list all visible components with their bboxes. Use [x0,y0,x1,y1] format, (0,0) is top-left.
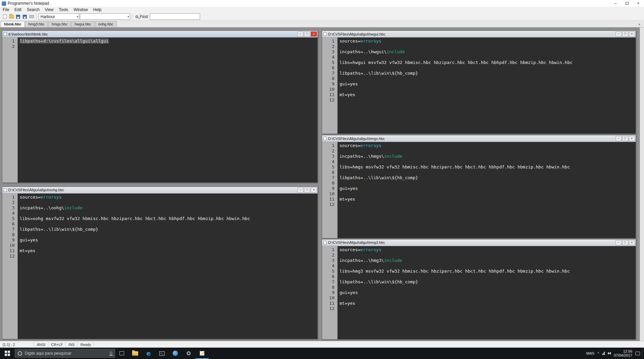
microphone-icon[interactable] [110,352,112,355]
window-maximize-button[interactable]: □ [622,240,628,245]
window-close-button[interactable]: × [629,31,635,37]
scrollbar-vertical[interactable] [640,27,644,341]
code-text: libpaths=..\lib\win\${hb_comp} [20,227,98,232]
new-file-icon[interactable] [1,13,8,20]
taskbar-clock[interactable]: 12:56 07/04/2017 [614,349,632,357]
window-minimize-button[interactable]: – [610,0,621,7]
volume-icon[interactable] [608,352,611,355]
scheme-combobox-value: Harbour [40,14,55,19]
window-restore-button[interactable] [621,0,633,7]
console-icon[interactable]: >_ [155,348,169,359]
line-number-gutter: 123456789101112 [322,142,338,238]
editor-window-titlebar[interactable]: d:\harbour\bin\hbmk.hbc–□× [2,31,318,38]
window-maximize-button[interactable]: □ [622,136,628,141]
code-area[interactable]: sources=errorsys incpaths=..\oohg\includ… [18,194,318,339]
code-area[interactable]: sources=errorsys incpaths=..\hwgui\inclu… [338,38,636,134]
save-icon[interactable] [15,13,21,20]
menu-item-view[interactable]: View [42,7,56,12]
status-cursor-position: [1:1] : 2 [0,341,34,348]
tab-scroll-arrows[interactable]: » [635,22,644,27]
tab-hmgs-hbc[interactable]: hmgs.hbc [48,21,71,27]
code-area[interactable]: sources=errorsys incpaths=..\hmgs\includ… [338,142,636,238]
open-file-icon[interactable] [8,13,15,20]
tab-hmg3-hbc[interactable]: hmg3.hbc [25,21,48,27]
window-close-button[interactable]: × [629,240,635,245]
save-all-icon[interactable] [21,13,28,20]
line-number: 1 [322,39,335,44]
code-text: include [384,154,402,159]
system-tray: MAIS ^ 12:56 07/04/2017 [584,348,642,359]
editor-window-buttons: –□× [297,188,317,193]
line-number: 3 [322,154,335,159]
editor-window-titlebar[interactable]: D:\CVSFiles\Allgui\allgui\hwgui.hbc–□× [322,31,636,38]
line-number: 11 [322,92,335,97]
toolbar: Harbour ▾ ▾ Find [0,13,644,21]
editor-window-titlebar[interactable]: D:\CVSFiles\Allgui\allgui\oohg.hbc–□× [2,187,318,194]
find-label: Find [140,14,148,19]
window-close-button[interactable]: × [629,136,635,141]
line-number: 3 [322,258,335,263]
programmers-notepad-icon[interactable] [195,348,209,359]
window-close-button[interactable]: × [311,188,317,193]
window-minimize-button[interactable]: – [297,31,303,37]
tab-hbmk-hbc[interactable]: hbmk.hbc [1,21,25,27]
menu-item-search[interactable]: Search [24,7,42,12]
code-area[interactable]: sources=errorsys incpaths=..\hmg3\includ… [338,246,636,339]
task-view-icon[interactable] [115,348,128,359]
line-number: 5 [322,164,335,170]
line-number: 4 [322,263,335,269]
code-line [340,181,636,186]
code-text: incpaths=..\hmgs\ [340,154,384,159]
status-bar: [1:1] : 2 ANSI CR+LF INS Ready [0,341,644,348]
window-minimize-button[interactable]: – [297,188,303,193]
find-history-combobox[interactable]: ▾ [80,13,130,20]
tab-hwgui-hbc[interactable]: hwgui.hbc [71,21,95,27]
hidden-icons-chevron[interactable]: ^ [597,351,599,355]
taskbar: Digite aqui para pesquisar e>_ MAIS ^ 12… [0,348,644,359]
window-minimize-button[interactable]: – [616,31,622,37]
code-line [340,65,636,71]
network-icon[interactable] [602,352,605,355]
window-close-button[interactable]: × [311,31,317,37]
code-line: gui=yes [340,290,636,295]
code-text: sources= [340,39,361,44]
toolbar-separator [36,14,37,19]
window-minimize-button[interactable]: – [616,240,622,245]
code-text: mt=yes [340,92,355,97]
taskbar-search[interactable]: Digite aqui para pesquisar [15,349,115,358]
app-blue-glyph [173,351,178,356]
code-area[interactable]: libpaths=d:\cvsfiles\allgui\allgui [18,38,318,183]
window-maximize-button[interactable]: □ [622,31,628,37]
window-minimize-button[interactable]: – [616,136,622,141]
menu-item-edit[interactable]: Edit [12,7,24,12]
code-text: include [384,258,402,263]
code-line: incpaths=..\hwgui\include [340,49,636,55]
app-gear-icon[interactable] [182,348,195,359]
menu-item-file[interactable]: File [0,7,12,12]
edge-icon[interactable]: e [142,348,155,359]
code-line: mt=yes [340,197,636,202]
find-input[interactable] [150,13,200,20]
print-icon[interactable] [28,13,35,20]
line-number: 10 [322,191,335,197]
code-line: sources=errorsys [340,143,636,148]
editor-window-titlebar[interactable]: D:\CVSFiles\Allgui\allgui\hmg3.hbc–□× [322,239,636,246]
menu-item-tools[interactable]: Tools [56,7,71,12]
editor-window-titlebar[interactable]: D:\CVSFiles\Allgui\allgui\hmgs.hbc–□× [322,135,636,142]
app-blue-icon[interactable] [169,348,182,359]
menu-item-help[interactable]: Help [91,7,104,12]
file-explorer-icon[interactable] [128,348,142,359]
window-maximize-button[interactable]: □ [304,31,310,37]
show-desktop-button[interactable] [642,348,644,359]
window-close-button[interactable]: × [633,0,644,7]
scheme-combobox[interactable]: Harbour ▾ [38,13,79,20]
line-number: 11 [2,248,15,254]
editor-area: 123456789101112sources=errorsys incpaths… [322,38,636,134]
start-button[interactable] [0,348,15,359]
notification-center-icon[interactable] [635,352,640,355]
window-maximize-button[interactable]: □ [304,188,310,193]
tab-oohg-hbc[interactable]: oohg.hbc [95,21,117,27]
line-number: 10 [322,87,335,92]
line-number: 12 [322,306,335,311]
menu-item-window[interactable]: Window [71,7,91,12]
